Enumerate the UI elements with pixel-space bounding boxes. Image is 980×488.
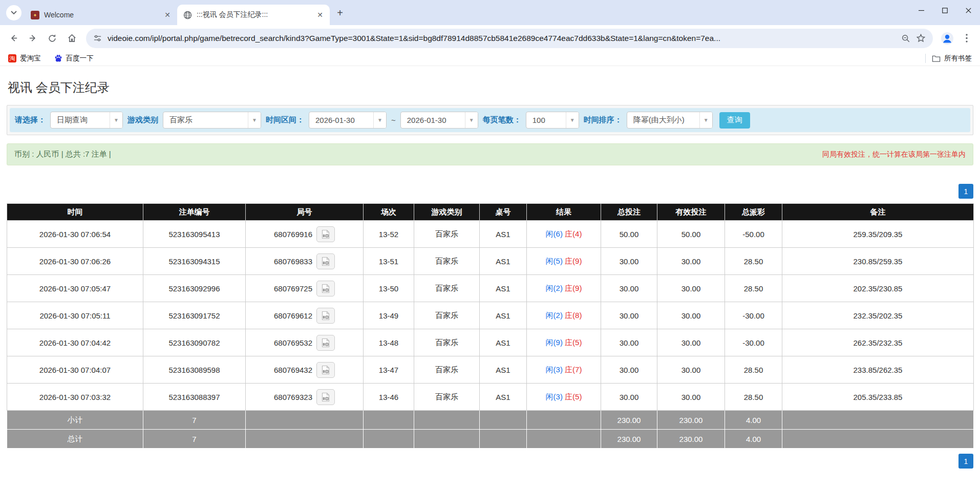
chevron-down-icon[interactable]: ▼ bbox=[566, 112, 579, 128]
video-replay-button[interactable] bbox=[316, 308, 335, 324]
table-no-cell: AS1 bbox=[480, 248, 527, 275]
total-bet-cell[interactable]: 30.00 bbox=[601, 356, 657, 384]
table-row: 2026-01-30 07:03:32 523163088397 6807693… bbox=[7, 384, 974, 411]
video-record-icon bbox=[322, 311, 330, 321]
page-size-dropdown[interactable]: 100 ▼ bbox=[526, 112, 579, 129]
valid-bet-cell: 30.00 bbox=[657, 302, 725, 329]
table-no-cell: AS1 bbox=[480, 356, 527, 384]
select-mode-dropdown[interactable]: 日期查询 ▼ bbox=[50, 112, 123, 129]
page-number-button[interactable]: 1 bbox=[958, 454, 973, 469]
page-title: 视讯 会员下注纪录 bbox=[8, 79, 973, 96]
result-banker: 庄(5) bbox=[565, 338, 582, 347]
chevron-down-icon[interactable]: ▼ bbox=[465, 112, 478, 128]
round-no-cell: 680769323 bbox=[246, 384, 364, 411]
col-round-no: 局号 bbox=[246, 204, 364, 221]
chevron-down-icon[interactable]: ▼ bbox=[248, 112, 261, 128]
chevron-down-icon[interactable]: ▼ bbox=[110, 112, 122, 128]
back-button[interactable] bbox=[5, 30, 22, 47]
bet-no-cell: 523163090782 bbox=[143, 329, 246, 356]
video-replay-button[interactable] bbox=[316, 226, 335, 242]
time-cell: 2026-01-30 07:05:47 bbox=[7, 275, 143, 302]
maximize-button[interactable] bbox=[933, 0, 956, 20]
tab-title: :::视讯 会员下注纪录::: bbox=[197, 10, 311, 19]
tab-welcome[interactable]: ♠ Welcome ✕ bbox=[25, 5, 177, 25]
video-replay-button[interactable] bbox=[316, 281, 335, 296]
video-record-icon bbox=[322, 392, 330, 402]
col-session: 场次 bbox=[364, 204, 414, 221]
payout-cell: -30.00 bbox=[725, 329, 782, 356]
table-no-cell: AS1 bbox=[480, 221, 527, 248]
round-no-cell: 680769612 bbox=[246, 302, 364, 329]
result-banker: 庄(7) bbox=[565, 365, 582, 374]
total-bet-cell[interactable]: 30.00 bbox=[601, 302, 657, 329]
bookmark-aitaobao[interactable]: 淘 爱淘宝 bbox=[8, 54, 41, 63]
bookmark-baidu[interactable]: 百度一下 bbox=[54, 54, 94, 63]
zoom-icon[interactable] bbox=[901, 34, 910, 43]
valid-bet-cell: 30.00 bbox=[657, 275, 725, 302]
footer-count-cell: 7 bbox=[143, 411, 246, 430]
video-record-icon bbox=[322, 229, 330, 239]
result-player: 闲(6) bbox=[546, 229, 563, 238]
all-bookmarks-button[interactable]: 所有书签 bbox=[932, 54, 972, 63]
bookmark-star-icon[interactable] bbox=[916, 33, 926, 43]
total-bet-cell[interactable]: 30.00 bbox=[601, 248, 657, 275]
result-cell: 闲(3) 庄(7) bbox=[527, 356, 601, 384]
footer-valid-bet-cell: 230.00 bbox=[657, 430, 725, 449]
valid-bet-cell: 30.00 bbox=[657, 384, 725, 411]
new-tab-button[interactable]: + bbox=[333, 6, 347, 20]
valid-bet-cell: 30.00 bbox=[657, 329, 725, 356]
total-bet-cell[interactable]: 30.00 bbox=[601, 329, 657, 356]
baidu-paw-icon bbox=[54, 54, 62, 62]
chevron-down-icon[interactable]: ▼ bbox=[699, 112, 712, 128]
tab-search-button[interactable] bbox=[6, 5, 22, 20]
site-settings-icon[interactable] bbox=[93, 34, 102, 43]
table-row: 2026-01-30 07:06:54 523163095413 6807699… bbox=[7, 221, 974, 248]
total-bet-cell[interactable]: 30.00 bbox=[601, 275, 657, 302]
tab-betrecord[interactable]: :::视讯 会员下注纪录::: ✕ bbox=[177, 5, 330, 25]
reload-button[interactable] bbox=[44, 30, 60, 47]
close-window-button[interactable] bbox=[956, 0, 980, 20]
result-player: 闲(5) bbox=[546, 257, 563, 265]
video-replay-button[interactable] bbox=[316, 389, 335, 405]
game-type-cell: 百家乐 bbox=[414, 356, 480, 384]
col-valid-bet: 有效投注 bbox=[657, 204, 725, 221]
date-to-dropdown[interactable]: 2026-01-30 ▼ bbox=[400, 112, 478, 129]
session-cell: 13-46 bbox=[364, 384, 414, 411]
video-replay-button[interactable] bbox=[316, 335, 335, 351]
game-type-cell: 百家乐 bbox=[414, 221, 480, 248]
video-replay-button[interactable] bbox=[316, 253, 335, 269]
col-result: 结果 bbox=[527, 204, 601, 221]
table-row: 2026-01-30 07:04:42 523163090782 6807695… bbox=[7, 329, 974, 356]
summary-notice: 同局有效投注，统一计算在该局第一张注单内 bbox=[822, 150, 966, 159]
address-bar[interactable]: videoie.com/ipl/portal.php/game/betrecor… bbox=[86, 29, 933, 48]
browser-toolbar: videoie.com/ipl/portal.php/game/betrecor… bbox=[0, 25, 980, 51]
result-player: 闲(3) bbox=[546, 365, 563, 374]
date-from-dropdown[interactable]: 2026-01-30 ▼ bbox=[309, 112, 387, 129]
sort-dropdown[interactable]: 降幂(由大到小) ▼ bbox=[627, 112, 713, 129]
col-total-bet: 总投注 bbox=[601, 204, 657, 221]
game-type-dropdown[interactable]: 百家乐 ▼ bbox=[163, 112, 261, 129]
round-no-cell: 680769532 bbox=[246, 329, 364, 356]
tab-close-icon[interactable]: ✕ bbox=[315, 10, 325, 19]
minimize-button[interactable] bbox=[909, 0, 933, 20]
profile-avatar[interactable] bbox=[939, 30, 955, 47]
search-button[interactable]: 查询 bbox=[719, 112, 750, 129]
total-bet-cell[interactable]: 30.00 bbox=[601, 384, 657, 411]
bet-no-cell: 523163089598 bbox=[143, 356, 246, 384]
bookmarks-divider bbox=[925, 54, 926, 63]
menu-kebab-icon[interactable] bbox=[958, 30, 975, 47]
round-no-value: 680769612 bbox=[274, 311, 312, 320]
game-type-cell: 百家乐 bbox=[414, 384, 480, 411]
session-cell: 13-49 bbox=[364, 302, 414, 329]
video-replay-button[interactable] bbox=[316, 362, 335, 378]
chevron-down-icon[interactable]: ▼ bbox=[373, 112, 386, 128]
session-cell: 13-52 bbox=[364, 221, 414, 248]
result-banker: 庄(5) bbox=[565, 392, 582, 401]
home-button[interactable] bbox=[63, 30, 80, 47]
forward-button[interactable] bbox=[25, 30, 41, 47]
page-number-button[interactable]: 1 bbox=[958, 184, 973, 199]
total-bet-cell[interactable]: 50.00 bbox=[601, 221, 657, 248]
bet-no-cell: 523163091752 bbox=[143, 302, 246, 329]
tab-close-icon[interactable]: ✕ bbox=[163, 10, 172, 19]
url-text[interactable]: videoie.com/ipl/portal.php/game/betrecor… bbox=[108, 34, 896, 43]
